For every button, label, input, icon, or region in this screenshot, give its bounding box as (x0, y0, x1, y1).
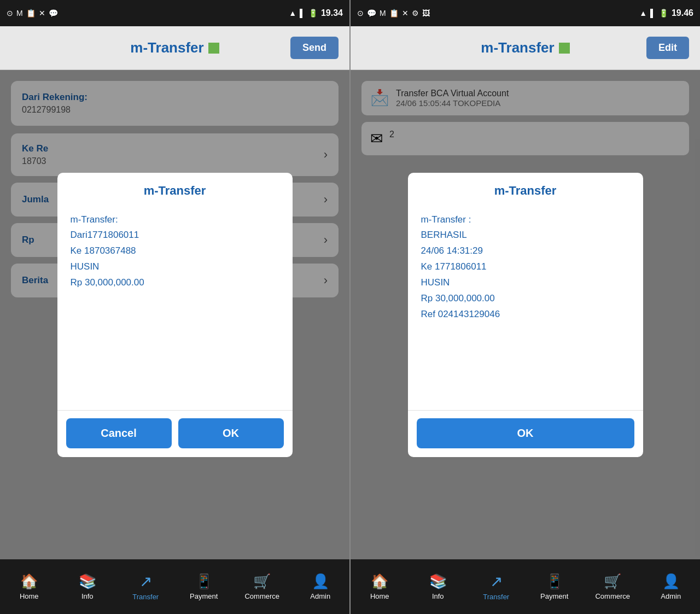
right-transfer-label: Transfer (483, 593, 509, 601)
right-dialog-body: m-Transfer : BERHASIL 24/06 14:31:29 Ke … (408, 207, 643, 410)
right-panel: ⊙ 💬 M 📋 ✕ ⚙ 🖼 ▲ ▌ 🔋 19.46 m-Transfer Edi… (351, 0, 700, 614)
right-transfer-icon: ↗ (490, 572, 503, 590)
right-ok-button[interactable]: OK (417, 418, 634, 448)
left-info-label: Info (81, 592, 94, 600)
right-edit-button[interactable]: Edit (646, 37, 689, 59)
right-dialog: m-Transfer m-Transfer : BERHASIL 24/06 1… (408, 173, 643, 457)
left-dialog-title: m-Transfer (57, 173, 293, 207)
left-battery-icon: 🔋 (308, 9, 318, 17)
right-dialog-line7: Ref 024143129046 (421, 307, 630, 323)
right-status-bar: ⊙ 💬 M 📋 ✕ ⚙ 🖼 ▲ ▌ 🔋 19.46 (351, 0, 700, 26)
left-dialog-line3: Ke 1870367488 (71, 243, 279, 259)
right-bottom-nav: 🏠 Home 📚 Info ↗ Transfer 📱 Payment 🛒 Com… (351, 559, 700, 614)
right-icon-whatsapp: 💬 (367, 9, 376, 17)
left-icon-gmail: M (16, 9, 23, 17)
right-nav-admin[interactable]: 👤 Admin (649, 573, 693, 600)
left-nav-admin[interactable]: 👤 Admin (299, 573, 342, 600)
left-panel: ⊙ M 📋 ✕ 💬 ▲ ▌ 🔋 19.34 m-Transfer Send Da… (0, 0, 349, 614)
left-payment-icon: 📱 (195, 573, 213, 590)
right-dialog-line5: HUSIN (421, 275, 630, 291)
left-bottom-nav: 🏠 Home 📚 Info ↗ Transfer 📱 Payment 🛒 Com… (0, 559, 349, 614)
right-green-indicator (559, 43, 570, 54)
left-icon-x: ✕ (39, 9, 45, 17)
right-time: 19.46 (672, 8, 693, 18)
left-app-header: m-Transfer Send (0, 26, 349, 70)
left-commerce-icon: 🛒 (253, 573, 271, 590)
left-nav-transfer[interactable]: ↗ Transfer (124, 572, 167, 601)
left-nav-payment[interactable]: 📱 Payment (182, 573, 226, 600)
left-icon-whatsapp: 💬 (49, 9, 58, 17)
left-dialog-line2: Dari1771806011 (71, 227, 279, 243)
right-wifi-icon: ▲ (639, 9, 647, 17)
left-nav-info[interactable]: 📚 Info (66, 573, 109, 600)
left-status-icons: ⊙ M 📋 ✕ 💬 (7, 9, 58, 17)
right-dialog-line2: BERHASIL (421, 227, 630, 243)
left-dialog-body: m-Transfer: Dari1771806011 Ke 1870367488… (57, 207, 293, 410)
left-dialog-overlay: m-Transfer m-Transfer: Dari1771806011 Ke… (0, 70, 349, 559)
left-transfer-icon: ↗ (139, 572, 152, 590)
right-icon-image: 🖼 (422, 9, 430, 17)
right-admin-label: Admin (661, 592, 681, 600)
right-status-icons: ⊙ 💬 M 📋 ✕ ⚙ 🖼 (357, 9, 430, 17)
right-payment-icon: 📱 (546, 573, 563, 590)
left-admin-icon: 👤 (312, 573, 329, 590)
right-dialog-overlay: m-Transfer m-Transfer : BERHASIL 24/06 1… (351, 70, 700, 559)
left-status-bar: ⊙ M 📋 ✕ 💬 ▲ ▌ 🔋 19.34 (0, 0, 349, 26)
left-icon-clipboard: 📋 (26, 9, 36, 17)
left-payment-label: Payment (190, 592, 218, 600)
left-time: 19.34 (321, 8, 343, 18)
right-signal-icon: ▌ (650, 9, 656, 17)
left-dialog-line1: m-Transfer: (71, 212, 279, 228)
right-dialog-line4: Ke 1771806011 (421, 259, 630, 275)
right-dialog-line6: Rp 30,000,000.00 (421, 291, 630, 307)
left-nav-commerce[interactable]: 🛒 Commerce (240, 573, 284, 600)
right-nav-home[interactable]: 🏠 Home (358, 573, 401, 600)
left-app-title: m-Transfer (130, 39, 203, 56)
left-wifi-icon: ▲ (289, 9, 296, 17)
right-commerce-label: Commerce (595, 592, 630, 600)
left-main-content: Dari Rekening: 0212799198 Ke Re 18703 › … (0, 70, 349, 559)
left-home-icon: 🏠 (20, 573, 38, 590)
right-app-header: m-Transfer Edit (351, 26, 700, 70)
right-info-icon: 📚 (429, 573, 447, 590)
left-icon-clock: ⊙ (7, 9, 13, 17)
right-nav-payment[interactable]: 📱 Payment (533, 573, 576, 600)
right-icon-clipboard: 📋 (389, 9, 399, 17)
left-dialog-line4: HUSIN (71, 259, 279, 275)
left-dialog-footer: Cancel OK (57, 410, 293, 457)
right-info-label: Info (432, 592, 444, 600)
right-nav-info[interactable]: 📚 Info (416, 573, 460, 600)
right-home-label: Home (370, 592, 389, 600)
right-home-icon: 🏠 (371, 573, 388, 590)
right-dialog-title: m-Transfer (408, 173, 643, 207)
right-admin-icon: 👤 (662, 573, 680, 590)
left-transfer-label: Transfer (132, 593, 159, 601)
left-signal-icon: ▌ (300, 9, 305, 17)
left-cancel-button[interactable]: Cancel (66, 418, 172, 448)
right-nav-transfer[interactable]: ↗ Transfer (474, 572, 518, 601)
left-nav-home[interactable]: 🏠 Home (7, 573, 51, 600)
right-main-content: 📩 Transfer BCA Virtual Account 24/06 15:… (351, 70, 700, 559)
right-commerce-icon: 🛒 (604, 573, 621, 590)
right-payment-label: Payment (540, 592, 568, 600)
right-app-title: m-Transfer (481, 39, 554, 56)
right-dialog-line3: 24/06 14:31:29 (421, 243, 630, 259)
left-dialog-line5: Rp 30,000,000.00 (71, 275, 279, 291)
right-dialog-line1: m-Transfer : (421, 212, 630, 228)
right-icon-gear: ⚙ (412, 9, 419, 17)
left-home-label: Home (20, 592, 39, 600)
left-admin-label: Admin (310, 592, 330, 600)
left-commerce-label: Commerce (244, 592, 279, 600)
left-dialog: m-Transfer m-Transfer: Dari1771806011 Ke… (57, 173, 293, 457)
left-info-icon: 📚 (79, 573, 96, 590)
right-battery-icon: 🔋 (659, 9, 668, 17)
right-nav-commerce[interactable]: 🛒 Commerce (591, 573, 634, 600)
left-green-indicator (208, 43, 219, 54)
left-ok-button[interactable]: OK (178, 418, 284, 448)
right-icon-gmail: M (380, 9, 386, 17)
right-icon-x: ✕ (402, 9, 409, 17)
right-icon-clock: ⊙ (357, 9, 364, 17)
left-send-button[interactable]: Send (290, 37, 339, 59)
right-dialog-footer: OK (408, 410, 643, 457)
